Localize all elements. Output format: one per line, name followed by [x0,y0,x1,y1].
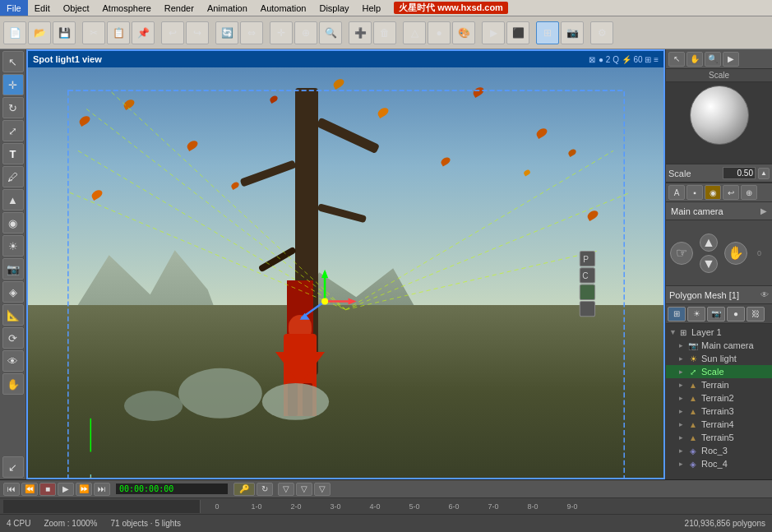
nav-cursor-btn[interactable]: ☞ [670,242,693,265]
menu-edit[interactable]: Edit [28,0,57,16]
obj-item-sun-light[interactable]: ▸ ☀ Sun light [666,352,772,365]
nav-up-btn[interactable]: ▲ [700,234,718,252]
tl-s-btn[interactable]: ▽ [278,483,294,496]
measure-tool[interactable]: 📐 [2,304,24,326]
obj-item-scale[interactable]: ▸ ⤢ Scale [666,365,772,378]
rp-select-btn[interactable]: ↖ [668,52,685,67]
obj-item-roc4[interactable]: ▸ ◈ Roc_4 [666,457,772,470]
obj-item-layer1[interactable]: ▼ ⊞ Layer 1 [666,326,772,339]
settings-button[interactable]: ⚙ [590,21,613,44]
rp-zoom-btn[interactable]: 🔍 [705,52,721,67]
light-tool[interactable]: ☀ [2,235,24,257]
ol-tab-materials[interactable]: ● [727,307,745,322]
zoom-button[interactable]: 🔍 [319,21,342,44]
ol-tab-chain[interactable]: ⛓ [747,307,765,322]
ol-tab-lights[interactable]: ☀ [687,307,705,322]
expand-icon-scale: ▸ [679,368,687,376]
copy-button[interactable]: 📋 [107,21,130,44]
undo-button[interactable]: ↩ [161,21,184,44]
nav-hand-btn[interactable]: ✋ [724,242,747,265]
path-tool[interactable]: ⟳ [2,327,24,349]
time-display[interactable] [115,483,229,495]
add-object-button[interactable]: ➕ [349,21,372,44]
redo-button[interactable]: ↪ [186,21,209,44]
sculpt-tool[interactable]: ◉ [2,212,24,234]
menu-file[interactable]: File [0,0,28,16]
obj-item-main-camera[interactable]: ▸ 📷 Main camera [666,339,772,352]
paste-button[interactable]: 📌 [132,21,155,44]
obj-item-terrain4[interactable]: ▸ ▲ Terrain4 [666,418,772,431]
timeline-track[interactable]: 0 1-0 2-0 3-0 4-0 5-0 6-0 7-0 8-0 9-0 [0,498,772,514]
cut-button[interactable]: ✂ [82,21,105,44]
menu-animation[interactable]: Animation [201,0,254,16]
right-panel-toolbar2: A ▪ ◉ ↩ ⊕ [666,183,772,202]
paint-tool[interactable]: 🖊 [2,166,24,187]
left-toolbar: ↖ ✛ ↻ ⤢ T 🖊 ▲ ◉ ☀ 📷 ◈ 📐 ⟳ 👁 ✋ ↙ [0,49,26,479]
menu-object[interactable]: Object [57,0,96,16]
obj-item-terrain3[interactable]: ▸ ▲ Terrain3 [666,405,772,418]
rp-c-btn[interactable]: ◉ [705,185,721,200]
rotate-tool[interactable]: ↻ [2,97,24,118]
tl-u-btn[interactable]: ▽ [314,483,331,496]
tl-keyframe-btn[interactable]: 🔑 [233,483,255,496]
vp-minimize[interactable]: ⊠ [589,55,595,64]
rp-a-btn[interactable]: A [668,185,685,200]
viewport-toggle-button[interactable]: ⊞ [536,21,559,44]
move-tool[interactable]: ✛ [2,74,24,95]
rp-b-btn[interactable]: ▪ [686,185,703,200]
tl-prev-frame[interactable]: ⏪ [21,483,38,496]
object-visibility-icon[interactable]: 👁 [760,290,769,299]
camera-dropdown[interactable]: Main camera ▶ [666,202,772,220]
render-full-button[interactable]: ⬛ [506,21,529,44]
hand-tool[interactable]: ✋ [2,373,24,395]
text-tool[interactable]: T [2,143,24,164]
camera-view-button[interactable]: 📷 [561,21,584,44]
tl-t-btn[interactable]: ▽ [296,483,312,496]
select-tool[interactable]: ↖ [2,51,24,72]
object-tool[interactable]: ◈ [2,281,24,303]
ol-tab-objects[interactable]: ⊞ [668,307,686,322]
tl-stop[interactable]: ■ [39,483,56,496]
ol-tab-cameras[interactable]: 📷 [707,307,725,322]
scale-tool-button[interactable]: ⇔ [240,21,263,44]
tl-play[interactable]: ▶ [58,483,74,496]
new-button[interactable]: 📄 [3,21,26,44]
menu-display[interactable]: Display [312,0,355,16]
status-polygons: 210,936,856 polygons [685,519,765,528]
rotate-button[interactable]: 🔄 [215,21,238,44]
scale-input[interactable] [723,167,756,179]
material-button[interactable]: ● [428,21,451,44]
polygon-button[interactable]: △ [403,21,426,44]
menu-atmosphere[interactable]: Atmosphere [96,0,158,16]
obj-item-terrain2[interactable]: ▸ ▲ Terrain2 [666,391,772,405]
scale-tool[interactable]: ⤢ [2,120,24,141]
delete-button[interactable]: 🗑 [373,21,396,44]
nav-down-btn[interactable]: ▼ [700,255,718,273]
texture-button[interactable]: 🎨 [452,21,475,44]
tl-goto-end[interactable]: ⏭ [94,483,110,496]
obj-item-roc3[interactable]: ▸ ◈ Roc_3 [666,444,772,457]
open-button[interactable]: 📂 [28,21,51,44]
orbit-button[interactable]: ⊕ [294,21,317,44]
rp-e-btn[interactable]: ⊕ [741,185,757,200]
save-button[interactable]: 💾 [53,21,76,44]
move-button[interactable]: ✛ [270,21,293,44]
viewport[interactable]: Spot light1 view ⊠ ● 2 Q ⚡ 60 ⊞ ≡ [26,49,665,479]
pointer-tool[interactable]: ↙ [2,456,24,478]
menu-render[interactable]: Render [158,0,201,16]
tl-next-frame[interactable]: ⏩ [76,483,92,496]
rp-render-btn[interactable]: ▶ [723,52,739,67]
menu-help[interactable]: Help [356,0,388,16]
tl-loop-btn[interactable]: ↻ [257,483,273,496]
obj-item-terrain5[interactable]: ▸ ▲ Terrain5 [666,431,772,444]
scale-up-btn[interactable]: ▲ [758,168,770,179]
rp-d-btn[interactable]: ↩ [723,185,739,200]
render-preview-button[interactable]: ▶ [482,21,505,44]
camera-tool[interactable]: 📷 [2,258,24,280]
tl-goto-start[interactable]: ⏮ [3,483,20,496]
rp-pan-btn[interactable]: ✋ [686,52,703,67]
menu-automation[interactable]: Automation [254,0,313,16]
obj-item-terrain[interactable]: ▸ ▲ Terrain [666,378,772,391]
terrain-tool[interactable]: ▲ [2,189,24,210]
eye-tool[interactable]: 👁 [2,350,24,372]
